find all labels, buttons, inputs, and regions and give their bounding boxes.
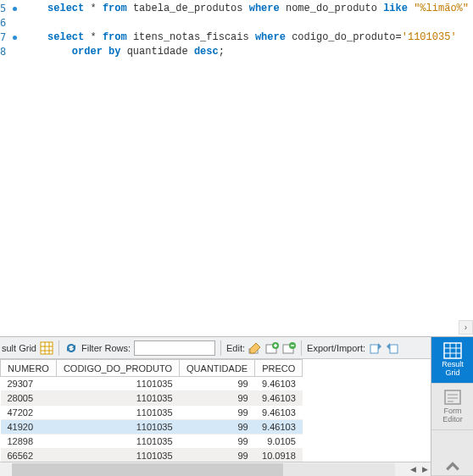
filter-rows-label: Filter Rows: — [81, 343, 131, 353]
table-cell: 12898 — [1, 434, 57, 449]
table-cell: 9.46103 — [255, 391, 303, 406]
result-toolbar: sult Grid Filter Rows: Edit: Export/Impo… — [0, 337, 431, 359]
header-row: NUMEROCODIGO_DO_PRODUTOQUANTIDADEPRECO — [1, 360, 303, 377]
add-row-icon[interactable] — [265, 341, 279, 355]
table-cell: 99 — [180, 434, 255, 449]
scroll-right-arrow[interactable]: › — [459, 320, 473, 335]
result-grid-label: Result Grid — [442, 361, 464, 378]
svg-rect-12 — [444, 343, 461, 358]
svg-rect-11 — [390, 345, 398, 353]
column-header[interactable]: QUANTIDADE — [180, 360, 255, 377]
code-line[interactable] — [23, 16, 473, 30]
table-cell: 47202 — [1, 406, 57, 420]
scroll-right-icon[interactable]: ▶ — [419, 463, 431, 476]
table-cell: 9.0105 — [255, 434, 303, 449]
export-import-label: Export/Import: — [307, 343, 365, 353]
grid-view-icon — [443, 342, 462, 359]
table-cell: 1101035 — [56, 406, 179, 420]
svg-rect-10 — [370, 345, 378, 353]
table-cell: 1101035 — [56, 434, 179, 449]
scroll-left-icon[interactable]: ◀ — [407, 463, 419, 476]
form-editor-icon — [443, 389, 462, 406]
edit-label: Edit: — [226, 343, 245, 353]
table-row[interactable]: 6656211010359910.0918 — [1, 449, 303, 462]
table-cell: 28005 — [1, 391, 57, 406]
table-cell: 99 — [180, 420, 255, 434]
table-cell: 1101035 — [56, 377, 179, 391]
sidebar-collapse-button[interactable] — [431, 457, 473, 476]
code-area[interactable]: select * from tabela_de_produtos where n… — [9, 0, 473, 322]
result-body: 293071101035999.46103280051101035999.461… — [1, 377, 303, 462]
edit-row-icon[interactable] — [248, 341, 262, 355]
filter-rows-input[interactable] — [134, 340, 215, 356]
svg-rect-17 — [445, 390, 460, 404]
table-cell: 99 — [180, 377, 255, 391]
line-number: 8 — [0, 45, 9, 59]
result-grid[interactable]: NUMEROCODIGO_DO_PRODUTOQUANTIDADEPRECO 2… — [0, 359, 431, 462]
table-cell: 29307 — [1, 377, 57, 391]
code-line[interactable]: order by quantidade desc; — [23, 45, 473, 59]
refresh-icon[interactable] — [64, 341, 78, 355]
table-row[interactable]: 293071101035999.46103 — [1, 377, 303, 391]
delete-row-icon[interactable] — [282, 341, 296, 355]
code-line[interactable]: select * from tabela_de_produtos where n… — [23, 2, 473, 16]
table-cell: 10.0918 — [255, 449, 303, 462]
result-sidebar: Result Grid Form Editor — [431, 337, 473, 476]
column-header[interactable]: PRECO — [255, 360, 303, 377]
code-line[interactable]: select * from itens_notas_fiscais where … — [23, 30, 473, 45]
table-cell: 99 — [180, 406, 255, 420]
sql-editor[interactable]: 5678 select * from tabela_de_produtos wh… — [0, 0, 473, 322]
result-grid-tab[interactable]: sult Grid — [2, 343, 36, 353]
chevron-up-icon — [443, 458, 462, 475]
export-icon[interactable] — [369, 341, 382, 355]
form-editor-label: Form Editor — [442, 407, 463, 424]
result-panel: sult Grid Filter Rows: Edit: Export/Impo… — [0, 336, 473, 476]
table-row[interactable]: 419201101035999.46103 — [1, 420, 303, 434]
table-cell: 9.46103 — [255, 377, 303, 391]
form-editor-button[interactable]: Form Editor — [431, 384, 473, 430]
line-number: 6 — [0, 16, 9, 30]
table-cell: 9.46103 — [255, 420, 303, 434]
table-cell: 1101035 — [56, 391, 179, 406]
table-row[interactable]: 128981101035999.0105 — [1, 434, 303, 449]
table-cell: 99 — [180, 391, 255, 406]
column-header[interactable]: NUMERO — [1, 360, 57, 377]
line-gutter: 5678 — [0, 0, 9, 322]
line-number: 7 — [0, 30, 9, 45]
grid-icon[interactable] — [40, 341, 53, 355]
line-number: 5 — [0, 2, 9, 16]
table-cell: 66562 — [1, 449, 57, 462]
table-cell: 99 — [180, 449, 255, 462]
svg-rect-0 — [41, 342, 53, 354]
import-icon[interactable] — [386, 341, 399, 355]
table-row[interactable]: 280051101035999.46103 — [1, 391, 303, 406]
table-cell: 41920 — [1, 420, 57, 434]
horizontal-scrollbar[interactable]: ◀ ▶ — [0, 462, 431, 476]
table-cell: 9.46103 — [255, 406, 303, 420]
result-grid-button[interactable]: Result Grid — [431, 337, 473, 384]
scrollbar-thumb[interactable] — [12, 463, 283, 476]
result-table: NUMEROCODIGO_DO_PRODUTOQUANTIDADEPRECO 2… — [0, 359, 303, 462]
table-cell: 1101035 — [56, 449, 179, 462]
table-row[interactable]: 472021101035999.46103 — [1, 406, 303, 420]
column-header[interactable]: CODIGO_DO_PRODUTO — [56, 360, 179, 377]
table-cell: 1101035 — [56, 420, 179, 434]
